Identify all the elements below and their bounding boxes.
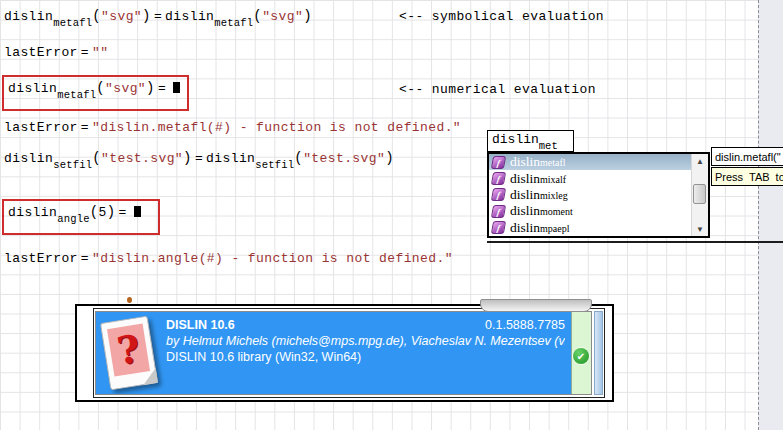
comment-symbolic-evaluation[interactable]: <-- symbolical evaluation: [399, 9, 604, 24]
plugin-authors: by Helmut Michels (michels@mps.mpg.de), …: [166, 334, 565, 348]
autocomplete-item-metafl[interactable]: f dislinmetafl: [489, 154, 691, 170]
numeric-arg: 5: [99, 205, 107, 220]
scrollbar-thumb[interactable]: [693, 184, 706, 204]
string-arg: "svg": [262, 9, 303, 24]
plugin-description: DISLIN 10.6 library (Win32, Win64): [166, 350, 565, 364]
autocomplete-item-moment[interactable]: f dislinmoment: [489, 203, 691, 219]
function-subscript: metafl: [53, 17, 92, 29]
function-subscript: metafl: [214, 17, 253, 29]
autocomplete-item-mixleg[interactable]: f dislinmixleg: [489, 187, 691, 203]
installed-status-strip: ✔: [571, 312, 591, 394]
installed-check-icon: ✔: [573, 348, 589, 364]
function-icon: f: [491, 188, 506, 201]
autocomplete-item-mixalf[interactable]: f dislinmixalf: [489, 170, 691, 186]
expression-lasterror-angle[interactable]: lastError="dislin.angle(#) - function is…: [4, 251, 453, 266]
expression-metafl-symbolic[interactable]: dislinmetafl("svg")=dislinmetafl("svg"): [4, 8, 312, 29]
function-icon: f: [491, 205, 506, 218]
scroll-up-icon[interactable]: ▲: [692, 154, 708, 168]
expression-lasterror-empty[interactable]: lastError="": [4, 45, 108, 60]
function-name: dislin: [4, 9, 53, 24]
function-icon: f: [491, 156, 506, 169]
function-icon: f: [491, 221, 506, 234]
comment-numerical-evaluation[interactable]: <-- numerical evaluation: [399, 82, 596, 97]
plugin-version: 0.1.5888.7785: [485, 318, 565, 332]
function-icon: f: [491, 172, 506, 185]
signature-tooltip: dislin.metafl(": [711, 147, 783, 166]
error-expression-angle[interactable]: dislinangle(5)=: [2, 199, 160, 235]
autocomplete-item-mpaepl[interactable]: f dislinmpaepl: [489, 220, 691, 236]
expression-setfil-symbolic[interactable]: dislinsetfil("test.svg")=dislinsetfil("t…: [4, 150, 394, 171]
result-placeholder-cursor: [134, 206, 141, 217]
assistance-panel-bottom-edge: [487, 241, 783, 243]
dropdown-scrollbar[interactable]: ▲ ▼: [691, 154, 708, 236]
plugin-title: DISLIN 10.6: [166, 318, 235, 332]
plugin-info-popup: ? DISLIN 10.6 0.1.5888.7785 by Helmut Mi…: [75, 304, 614, 402]
question-note-icon: ?: [101, 316, 159, 392]
expression-lasterror-metafl[interactable]: lastError="dislin.metafl(#) - function i…: [4, 120, 461, 135]
hidden-button-sliver[interactable]: [480, 299, 592, 312]
plugin-list-panel: ? DISLIN 10.6 0.1.5888.7785 by Helmut Mi…: [93, 308, 605, 398]
press-tab-tooltip: Press TAB to: [711, 167, 783, 186]
scroll-down-icon[interactable]: ▼: [692, 222, 708, 236]
folded-corner: [141, 368, 158, 385]
function-name: dislin: [165, 9, 214, 24]
plugin-item-body: ? DISLIN 10.6 0.1.5888.7785 by Helmut Mi…: [96, 312, 571, 394]
string-arg: "svg": [101, 9, 142, 24]
error-expression-metafl[interactable]: dislinmetafl("svg")=: [2, 75, 189, 111]
math-edit-input[interactable]: dislinmet: [487, 130, 574, 152]
autocomplete-dropdown: f dislinmetafl f dislinmixalf f dislinmi…: [487, 152, 710, 238]
plugin-item-dislin[interactable]: ? DISLIN 10.6 0.1.5888.7785 by Helmut Mi…: [95, 311, 592, 395]
result-placeholder-cursor: [173, 82, 180, 93]
popup-right-scroll-strip[interactable]: [594, 311, 603, 395]
page-break-margin: [758, 0, 783, 430]
stray-marker-dot: [127, 297, 132, 303]
